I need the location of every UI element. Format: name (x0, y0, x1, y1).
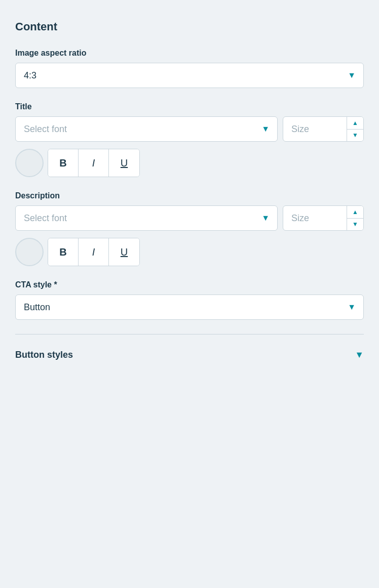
description-size-label: Size (283, 213, 347, 224)
title-format-buttons: B I U (48, 149, 140, 177)
title-group: Title Select font Arial Helvetica Times … (15, 102, 364, 177)
title-label: Title (15, 102, 364, 111)
description-size-down-button[interactable]: ▼ (347, 219, 363, 231)
description-italic-button[interactable]: I (79, 238, 109, 266)
title-size-label: Size (283, 124, 347, 135)
title-font-select-wrapper: Select font Arial Helvetica Times New Ro… (15, 116, 278, 142)
description-color-picker[interactable] (15, 238, 44, 266)
title-italic-button[interactable]: I (79, 149, 109, 177)
title-bold-button[interactable]: B (48, 149, 79, 177)
description-font-select[interactable]: Select font Arial Helvetica Times New Ro… (15, 205, 278, 231)
section-divider (15, 334, 364, 334)
title-size-arrows: ▲ ▼ (347, 117, 363, 141)
description-size-arrows: ▲ ▼ (347, 206, 363, 230)
page-title: Content (15, 20, 364, 33)
cta-style-group: CTA style * Button Link None ▼ (15, 280, 364, 320)
description-size-up-button[interactable]: ▲ (347, 206, 363, 219)
title-font-select[interactable]: Select font Arial Helvetica Times New Ro… (15, 116, 278, 142)
description-bold-button[interactable]: B (48, 238, 79, 266)
button-styles-title: Button styles (15, 350, 73, 360)
description-font-select-wrapper: Select font Arial Helvetica Times New Ro… (15, 205, 278, 231)
button-styles-section[interactable]: Button styles ▼ (15, 350, 364, 360)
title-color-picker[interactable] (15, 149, 44, 177)
button-styles-chevron-icon: ▼ (355, 350, 364, 360)
title-size-wrapper: Size ▲ ▼ (283, 116, 364, 142)
cta-style-wrapper: Button Link None ▼ (15, 295, 364, 320)
title-size-down-button[interactable]: ▼ (347, 130, 363, 142)
required-indicator: * (54, 280, 57, 289)
description-size-wrapper: Size ▲ ▼ (283, 205, 364, 231)
description-font-size-row: Select font Arial Helvetica Times New Ro… (15, 205, 364, 231)
title-underline-button[interactable]: U (109, 149, 139, 177)
description-group: Description Select font Arial Helvetica … (15, 191, 364, 266)
description-label: Description (15, 191, 364, 200)
title-size-up-button[interactable]: ▲ (347, 117, 363, 130)
image-aspect-ratio-wrapper: 4:3 16:9 1:1 3:2 ▼ (15, 63, 364, 88)
title-font-size-row: Select font Arial Helvetica Times New Ro… (15, 116, 364, 142)
image-aspect-ratio-label: Image aspect ratio (15, 49, 364, 58)
image-aspect-ratio-group: Image aspect ratio 4:3 16:9 1:1 3:2 ▼ (15, 49, 364, 88)
title-formatting-row: B I U (15, 149, 364, 177)
image-aspect-ratio-select[interactable]: 4:3 16:9 1:1 3:2 (15, 63, 364, 88)
cta-style-select[interactable]: Button Link None (15, 295, 364, 320)
description-format-buttons: B I U (48, 238, 140, 266)
description-underline-button[interactable]: U (109, 238, 139, 266)
description-formatting-row: B I U (15, 238, 364, 266)
cta-style-label: CTA style * (15, 280, 364, 289)
